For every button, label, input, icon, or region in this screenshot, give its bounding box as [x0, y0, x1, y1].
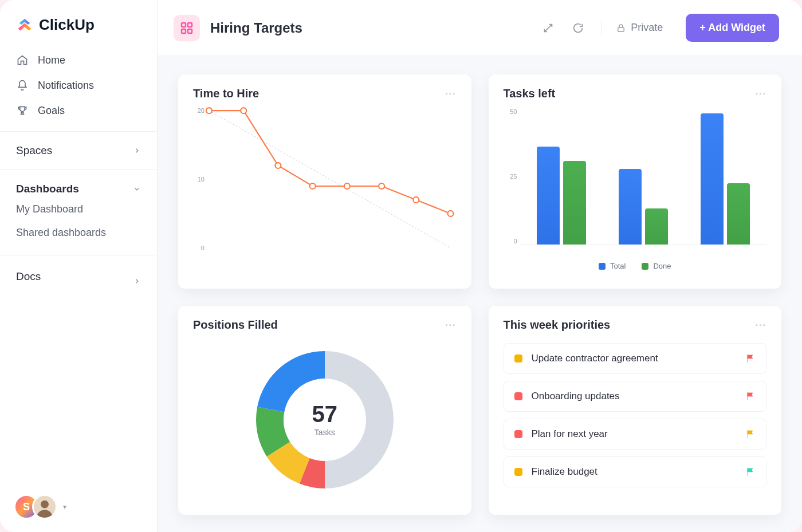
svg-rect-1 — [182, 23, 186, 27]
svg-rect-2 — [188, 23, 192, 27]
sidebar-header-spaces[interactable]: Spaces — [0, 142, 157, 159]
svg-point-17 — [448, 211, 454, 216]
priority-label: Plan for next year — [532, 428, 737, 440]
sidebar-section-docs: Docs — [0, 255, 157, 302]
sidebar-section-dashboards: Dashboards My Dashboard Shared dashboard… — [0, 170, 157, 255]
sidebar-primary-nav: Home Notifications Goals — [0, 45, 157, 131]
profile-switcher[interactable]: S ▾ — [14, 494, 66, 519]
chevron-right-icon — [133, 277, 141, 285]
priority-label: Onboarding updates — [532, 391, 737, 402]
svg-point-11 — [241, 108, 246, 113]
status-square-icon — [514, 430, 522, 438]
card-menu-button[interactable]: ··· — [445, 89, 456, 99]
card-title: This week priorities — [504, 318, 611, 332]
caret-down-icon: ▾ — [63, 503, 66, 511]
clickup-logo-icon — [16, 17, 33, 34]
sidebar-item-label: Notifications — [38, 80, 94, 92]
bar-group — [537, 147, 586, 245]
sidebar-item-shared-dashboards[interactable]: Shared dashboards — [0, 221, 157, 245]
bell-icon — [16, 79, 29, 92]
card-priorities: This week priorities ··· Update contract… — [489, 306, 782, 515]
home-icon — [16, 54, 29, 66]
sidebar-section-spaces: Spaces — [0, 131, 157, 170]
chevron-right-icon — [133, 147, 141, 155]
bar-done — [727, 183, 750, 245]
svg-line-9 — [209, 111, 451, 248]
brand-name: ClickUp — [39, 16, 95, 34]
sidebar-item-goals[interactable]: Goals — [0, 98, 157, 123]
legend-done: Done — [642, 262, 671, 270]
privacy-label: Private — [631, 22, 663, 34]
card-menu-button[interactable]: ··· — [756, 320, 766, 330]
topbar: Hiring Targets Private + Add Widget — [158, 0, 802, 56]
priority-item[interactable]: Plan for next year — [504, 419, 767, 450]
section-label: Docs — [16, 270, 41, 283]
bar-done — [645, 208, 668, 245]
donut-center: 57 Tasks — [312, 403, 338, 437]
donut-label: Tasks — [312, 428, 338, 437]
svg-point-0 — [41, 501, 49, 509]
sidebar-item-my-dashboard[interactable]: My Dashboard — [0, 198, 157, 221]
flag-icon[interactable] — [745, 353, 756, 364]
sidebar-item-notifications[interactable]: Notifications — [0, 73, 157, 98]
svg-point-16 — [413, 197, 419, 203]
priorities-list: Update contractor agreement Onboarding u… — [504, 343, 767, 487]
bar-chart-area — [521, 105, 767, 259]
bar-legend: Total Done — [504, 262, 767, 270]
trophy-icon — [16, 104, 29, 117]
sidebar-item-label: Home — [38, 54, 65, 66]
bar-total — [537, 147, 560, 245]
dashboard-type-icon — [174, 15, 200, 41]
sidebar-item-label: Shared dashboards — [16, 227, 106, 238]
add-widget-button[interactable]: + Add Widget — [686, 14, 779, 42]
svg-rect-4 — [188, 29, 192, 33]
legend-label: Done — [653, 262, 671, 270]
app-root: ClickUp Home Notifications Goals — [0, 0, 802, 532]
sidebar-item-label: Goals — [38, 105, 65, 117]
main-panel: Hiring Targets Private + Add Widget Ti — [158, 0, 802, 532]
sidebar-item-home[interactable]: Home — [0, 48, 157, 73]
flag-icon[interactable] — [745, 429, 756, 439]
card-menu-button[interactable]: ··· — [756, 89, 766, 99]
bar-y-axis: 50250 — [504, 105, 521, 259]
svg-text:10: 10 — [198, 176, 205, 183]
sidebar: ClickUp Home Notifications Goals — [0, 0, 158, 532]
divider — [602, 20, 602, 36]
card-title: Tasks left — [504, 87, 556, 100]
card-positions-filled: Positions Filled ··· 57 Tasks — [178, 306, 471, 515]
card-title: Time to Hire — [193, 87, 259, 100]
priority-label: Update contractor agreement — [532, 353, 737, 364]
bar-done — [563, 161, 586, 245]
priority-item[interactable]: Onboarding updates — [504, 381, 767, 412]
avatar-initial-text: S — [23, 501, 30, 513]
privacy-toggle[interactable]: Private — [616, 22, 663, 34]
card-menu-button[interactable]: ··· — [445, 320, 456, 330]
sidebar-item-label: My Dashboard — [16, 203, 83, 215]
card-tasks-left: Tasks left ··· 50250 Total Done — [489, 74, 782, 289]
time-to-hire-chart: 01020 — [193, 105, 457, 259]
svg-point-14 — [344, 183, 350, 189]
lock-icon — [616, 23, 626, 33]
svg-rect-3 — [182, 29, 186, 33]
section-label: Spaces — [16, 144, 52, 157]
svg-point-13 — [310, 183, 316, 189]
flag-icon[interactable] — [745, 391, 756, 401]
status-square-icon — [514, 392, 522, 400]
legend-label: Total — [610, 262, 626, 270]
flag-icon[interactable] — [745, 467, 756, 477]
refresh-icon[interactable] — [568, 18, 588, 38]
bar-total — [701, 113, 724, 245]
priority-item[interactable]: Update contractor agreement — [504, 343, 767, 374]
svg-text:0: 0 — [201, 245, 205, 251]
avatar-photo — [32, 494, 57, 519]
priority-item[interactable]: Finalize budget — [504, 456, 767, 487]
sidebar-header-dashboards[interactable]: Dashboards — [0, 180, 157, 198]
bar-group — [619, 169, 668, 245]
card-time-to-hire: Time to Hire ··· 01020 — [178, 74, 471, 289]
svg-point-10 — [206, 108, 212, 113]
brand-logo[interactable]: ClickUp — [0, 0, 157, 45]
sidebar-header-docs[interactable]: Docs — [0, 266, 157, 287]
page-title: Hiring Targets — [210, 20, 302, 36]
expand-icon[interactable] — [538, 18, 558, 38]
svg-text:20: 20 — [198, 107, 205, 114]
